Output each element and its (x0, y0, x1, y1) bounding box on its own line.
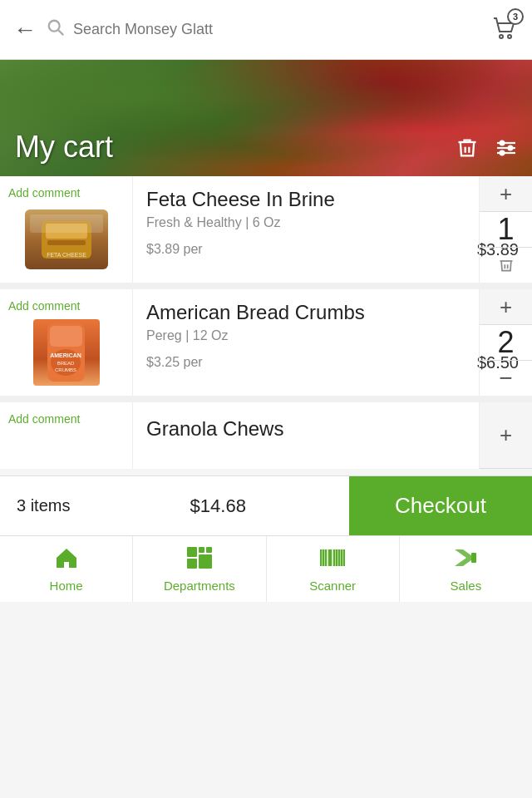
nav-scanner[interactable]: Scanner (267, 536, 400, 602)
svg-point-0 (49, 20, 60, 31)
item-left-2: Add comment AMERICAN BREAD CRUMBS (0, 289, 133, 396)
svg-point-2 (500, 35, 503, 38)
bottom-nav: Home Departments (0, 535, 532, 602)
add-comment-btn-3[interactable]: Add comment (8, 412, 80, 426)
nav-scanner-label: Scanner (309, 579, 356, 593)
checkout-button[interactable]: Checkout (349, 476, 532, 536)
item-price-row-1: $3.89 per $3.89 (146, 240, 519, 259)
qty-increase-btn-1[interactable]: + (480, 176, 533, 212)
home-icon (54, 546, 79, 575)
cart-item-2: Add comment AMERICAN BREAD CRUMBS Americ… (0, 289, 532, 396)
qty-increase-btn-3[interactable]: + (480, 402, 533, 469)
item-image-1: FETA CHEESE (21, 206, 112, 273)
item-per-1: $3.89 per (146, 242, 203, 257)
item-right-1: Feta Cheese In Brine Fresh & Healthy | 6… (133, 176, 532, 283)
item-qty-col-2: + 2 − (479, 289, 532, 396)
svg-point-7 (500, 141, 505, 145)
add-comment-btn-1[interactable]: Add comment (8, 186, 80, 200)
item-name-1: Feta Cheese In Brine (146, 188, 519, 212)
item-sub-1: Fresh & Healthy | 6 Oz (146, 215, 519, 230)
departments-icon (186, 546, 213, 575)
add-comment-btn-2[interactable]: Add comment (8, 299, 80, 313)
cart-item-3: Add comment Granola Chews + (0, 402, 532, 469)
search-icon (47, 18, 65, 42)
item-name-2: American Bread Crumbs (146, 301, 519, 325)
nav-departments-label: Departments (164, 579, 235, 593)
svg-line-1 (58, 30, 63, 35)
svg-rect-11 (46, 224, 87, 239)
nav-home[interactable]: Home (0, 536, 133, 602)
qty-increase-btn-2[interactable]: + (480, 289, 533, 325)
back-button[interactable]: ← (13, 17, 37, 43)
svg-text:CRUMBS: CRUMBS (55, 367, 76, 372)
svg-rect-23 (187, 559, 197, 569)
svg-point-3 (508, 35, 511, 38)
svg-rect-12 (47, 240, 86, 245)
item-left-3: Add comment (0, 402, 133, 469)
svg-point-8 (509, 146, 513, 150)
svg-text:AMERICAN: AMERICAN (50, 352, 81, 358)
search-input[interactable] (73, 12, 480, 47)
nav-sales[interactable]: Sales (400, 536, 532, 602)
svg-rect-15 (50, 326, 82, 347)
svg-rect-24 (199, 554, 212, 569)
delete-cart-icon[interactable] (456, 136, 479, 165)
cart-total: $14.68 (86, 495, 349, 517)
svg-point-9 (500, 151, 505, 155)
cart-badge: 3 (507, 8, 524, 25)
item-name-3: Granola Chews (146, 417, 519, 441)
svg-rect-22 (206, 547, 212, 553)
item-left-1: Add comment FETA CHEESE (0, 176, 133, 283)
qty-num-2: 2 (497, 325, 514, 360)
qty-decrease-btn-2[interactable]: − (480, 360, 533, 396)
item-qty-col-3: + (479, 402, 532, 469)
svg-rect-35 (471, 553, 476, 563)
svg-rect-21 (199, 547, 204, 553)
cart-title: My cart (15, 130, 113, 165)
svg-text:BREAD: BREAD (57, 361, 75, 366)
cart-item-1: Add comment FETA CHEESE Feta Cheese In B… (0, 176, 532, 283)
scanner-icon (320, 546, 345, 575)
item-right-3: Granola Chews + (133, 402, 532, 469)
cart-items-count: 3 items (0, 496, 86, 515)
item-per-2: $3.25 per (146, 355, 203, 370)
item-sub-2: Pereg | 12 Oz (146, 328, 519, 343)
banner-actions (456, 136, 519, 165)
footer-checkout-bar: 3 items $14.68 Checkout (0, 475, 532, 535)
nav-departments[interactable]: Departments (133, 536, 266, 602)
nav-home-label: Home (50, 579, 83, 593)
svg-text:FETA CHEESE: FETA CHEESE (47, 252, 86, 258)
cart-button[interactable]: 3 (489, 13, 519, 47)
item-price-row-2: $3.25 per $6.50 (146, 353, 519, 372)
nav-sales-label: Sales (451, 579, 482, 593)
top-bar: ← 3 (0, 0, 532, 60)
item-image-2: AMERICAN BREAD CRUMBS (21, 319, 112, 386)
item-qty-col-1: + 1 (479, 176, 532, 283)
filter-icon[interactable] (494, 136, 519, 165)
qty-delete-btn-1[interactable] (480, 247, 533, 283)
item-right-2: American Bread Crumbs Pereg | 12 Oz $3.2… (133, 289, 532, 396)
qty-num-1: 1 (497, 212, 514, 247)
sales-icon (453, 546, 478, 575)
svg-rect-20 (187, 547, 197, 557)
cart-banner: My cart (0, 60, 532, 176)
cart-list: Add comment FETA CHEESE Feta Cheese In B… (0, 176, 532, 469)
